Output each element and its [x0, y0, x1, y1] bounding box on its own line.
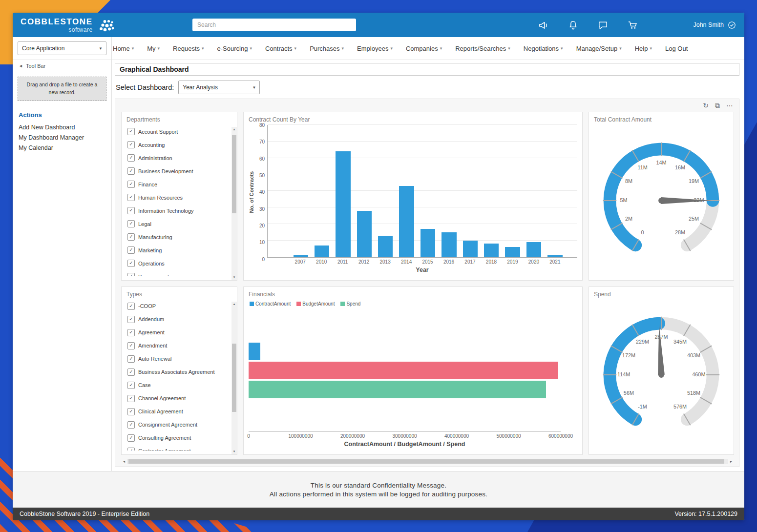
popout-icon[interactable]: ⧉	[715, 102, 720, 109]
type-item-clinical-agreement[interactable]: ✓Clinical Agreement	[126, 405, 225, 418]
hbar-budgetamount[interactable]	[249, 362, 558, 379]
checkbox-checked-icon[interactable]: ✓	[127, 233, 135, 241]
scroll-right-icon[interactable]: ►	[728, 460, 734, 463]
checkbox-checked-icon[interactable]: ✓	[127, 128, 135, 135]
checkbox-checked-icon[interactable]: ✓	[127, 167, 135, 175]
action-add-new-dashboard[interactable]: Add New Dashboard	[19, 124, 105, 131]
checkbox-checked-icon[interactable]: ✓	[127, 368, 135, 376]
department-item-finance[interactable]: ✓Finance	[126, 178, 225, 191]
checkbox-checked-icon[interactable]: ✓	[127, 329, 135, 336]
checkbox-checked-icon[interactable]: ✓	[127, 154, 135, 162]
checkbox-checked-icon[interactable]: ✓	[127, 382, 135, 389]
shopping-cart-icon[interactable]	[627, 20, 638, 31]
checkbox-checked-icon[interactable]: ✓	[127, 421, 135, 429]
department-item-manufacturing[interactable]: ✓Manufacturing	[126, 230, 225, 244]
hbar-contractamount[interactable]	[249, 343, 260, 360]
scroll-down-icon[interactable]: ▼	[231, 275, 237, 280]
department-item-administration[interactable]: ✓Administration	[126, 151, 225, 164]
department-item-information-technology[interactable]: ✓Information Technology	[126, 204, 225, 217]
scroll-down-icon[interactable]: ▼	[231, 449, 237, 454]
bar-2010[interactable]	[315, 246, 329, 257]
nav-item-manage-setup[interactable]: Manage/Setup▾	[576, 45, 622, 52]
department-item-account-support[interactable]: ✓Account Support	[126, 125, 225, 138]
type-item-consulting-agreement[interactable]: ✓Consulting Agreement	[126, 431, 225, 445]
checkbox-checked-icon[interactable]: ✓	[127, 434, 135, 442]
types-scrollbar[interactable]: ▲ ▼	[231, 302, 237, 455]
bar-2007[interactable]	[294, 255, 308, 257]
checkbox-checked-icon[interactable]: ✓	[127, 194, 135, 201]
h-scrollbar-thumb[interactable]	[128, 459, 724, 464]
checkbox-checked-icon[interactable]: ✓	[127, 207, 135, 214]
bar-2012[interactable]	[357, 211, 372, 257]
nav-item-reports-searches[interactable]: Reports/Searches▾	[455, 45, 510, 52]
dashboard-select[interactable]: Year Analysis ▼	[178, 81, 260, 94]
scroll-up-icon[interactable]: ▲	[231, 127, 237, 132]
departments-scrollbar[interactable]: ▲ ▼	[231, 127, 237, 280]
nav-item-purchases[interactable]: Purchases▾	[310, 45, 344, 52]
checkbox-checked-icon[interactable]: ✓	[127, 141, 135, 148]
type-item-addendum[interactable]: ✓Addendum	[126, 313, 225, 326]
messages-chat-icon[interactable]	[597, 20, 609, 31]
bar-2020[interactable]	[526, 242, 541, 257]
nav-item-help[interactable]: Help▾	[635, 45, 652, 52]
search-input[interactable]	[192, 19, 356, 31]
bar-2013[interactable]	[378, 236, 393, 257]
department-item-accounting[interactable]: ✓Accounting	[126, 138, 225, 151]
type-item-contractor-agreement[interactable]: ✓Contractor Agreement	[126, 445, 225, 451]
bar-2018[interactable]	[484, 244, 499, 257]
type-item-coop[interactable]: ✓-COOP	[126, 300, 225, 313]
checkbox-checked-icon[interactable]: ✓	[127, 355, 135, 363]
department-item-legal[interactable]: ✓Legal	[126, 217, 225, 230]
department-item-procurement[interactable]: ✓Procurement	[126, 270, 225, 276]
bar-2019[interactable]	[505, 247, 520, 257]
type-item-consignment-agreement[interactable]: ✓Consignment Agreement	[126, 418, 225, 431]
checkbox-checked-icon[interactable]: ✓	[127, 303, 135, 310]
scroll-up-icon[interactable]: ▲	[231, 302, 237, 307]
checkbox-checked-icon[interactable]: ✓	[127, 273, 135, 276]
nav-item-employees[interactable]: Employees▾	[357, 45, 393, 52]
type-item-amendment[interactable]: ✓Amendment	[126, 339, 225, 352]
checkbox-checked-icon[interactable]: ✓	[127, 181, 135, 188]
nav-item-log-out[interactable]: Log Out	[665, 45, 688, 52]
more-icon[interactable]: ⋯	[726, 102, 733, 109]
department-item-business-development[interactable]: ✓Business Development	[126, 164, 225, 178]
notifications-bell-icon[interactable]	[568, 20, 579, 31]
checkbox-checked-icon[interactable]: ✓	[127, 220, 135, 227]
checkbox-checked-icon[interactable]: ✓	[127, 448, 135, 451]
department-item-marketing[interactable]: ✓Marketing	[126, 244, 225, 257]
action-my-dashboard-manager[interactable]: My Dashboard Manager	[19, 134, 105, 141]
h-scrollbar[interactable]: ◄ ►	[121, 458, 734, 465]
type-item-auto-renewal[interactable]: ✓Auto Renewal	[126, 352, 225, 366]
scroll-left-icon[interactable]: ◄	[121, 460, 127, 463]
scrollbar-thumb[interactable]	[232, 135, 236, 213]
department-item-operations[interactable]: ✓Operations	[126, 257, 225, 270]
refresh-icon[interactable]: ↻	[703, 102, 709, 109]
checkbox-checked-icon[interactable]: ✓	[127, 246, 135, 254]
bar-2011[interactable]	[336, 151, 350, 257]
toolbar-collapse[interactable]: ◄ Tool Bar	[13, 60, 111, 72]
checkbox-checked-icon[interactable]: ✓	[127, 342, 135, 349]
type-item-business-associates-agreement[interactable]: ✓Business Associates Agreement	[126, 366, 225, 379]
hbar-spend[interactable]	[249, 381, 546, 398]
checkbox-checked-icon[interactable]: ✓	[127, 408, 135, 415]
action-my-calendar[interactable]: My Calendar	[19, 144, 105, 151]
user-menu[interactable]: John Smith	[693, 20, 736, 30]
nav-item-e-sourcing[interactable]: e-Sourcing▾	[217, 45, 252, 52]
checkbox-checked-icon[interactable]: ✓	[127, 395, 135, 402]
type-item-channel-agreement[interactable]: ✓Channel Agreement	[126, 392, 225, 405]
bar-2017[interactable]	[463, 241, 478, 257]
scrollbar-thumb[interactable]	[232, 344, 236, 412]
department-item-human-resources[interactable]: ✓Human Resources	[126, 191, 225, 204]
bar-2015[interactable]	[421, 229, 435, 257]
nav-item-my[interactable]: My▾	[147, 45, 160, 52]
bar-2014[interactable]	[399, 186, 414, 257]
type-item-agreement[interactable]: ✓Agreement	[126, 326, 225, 339]
checkbox-checked-icon[interactable]: ✓	[127, 260, 135, 267]
nav-item-negotiations[interactable]: Negotiations▾	[524, 45, 563, 52]
announcements-icon[interactable]	[538, 20, 549, 31]
nav-item-home[interactable]: Home▾	[113, 45, 134, 52]
file-dropzone[interactable]: Drag and drop a file to create a new rec…	[18, 77, 106, 101]
nav-item-requests[interactable]: Requests▾	[173, 45, 204, 52]
checkbox-checked-icon[interactable]: ✓	[127, 316, 135, 323]
nav-item-contracts[interactable]: Contracts▾	[265, 45, 296, 52]
